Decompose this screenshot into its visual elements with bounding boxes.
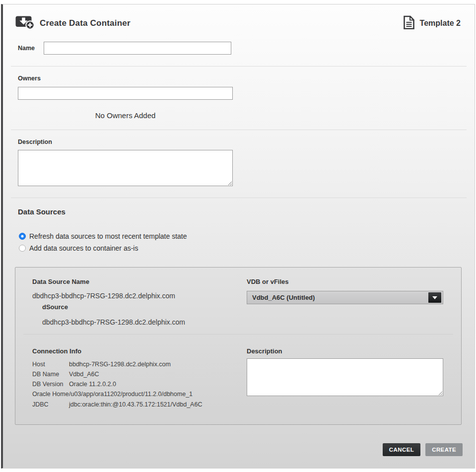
source-description-header: Description	[247, 347, 443, 355]
name-label: Name	[18, 45, 44, 52]
page-title: Create Data Container	[40, 18, 131, 28]
connection-row-db-version: DB Version Oracle 11.2.0.2.0	[32, 381, 247, 388]
dsource-name: dbdhcp3-bbdhcp-7RSG-1298.dc2.delphix.com	[42, 318, 247, 326]
radio-unselected-icon[interactable]	[19, 245, 26, 252]
name-field-row: Name	[18, 41, 463, 55]
data-sources-radio-group: Refresh data sources to most recent temp…	[19, 232, 463, 252]
vdb-select-dropdown[interactable]: Vdbd_A6C (Untitled)	[247, 291, 443, 304]
connection-info-column: Connection Info Host bbdhcp-7RSG-1298.dc…	[32, 335, 247, 411]
connection-info-table: Host bbdhcp-7RSG-1298.dc2.delphix.com DB…	[32, 361, 247, 408]
connection-key: DB Version	[32, 381, 69, 388]
source-description-textarea[interactable]	[247, 358, 443, 396]
data-sources-heading: Data Sources	[18, 207, 463, 216]
name-input[interactable]	[44, 42, 231, 55]
section-divider	[11, 198, 467, 198]
connection-row-db-name: DB Name Vdbd_A6C	[32, 371, 247, 378]
radio-option-label: Add data sources to container as-is	[29, 244, 138, 252]
template-document-icon	[403, 15, 415, 32]
data-source-name: dbdhcp3-bbdhcp-7RSG-1298.dc2.delphix.com	[32, 292, 247, 300]
data-source-card: Data Source Name dbdhcp3-bbdhcp-7RSG-129…	[15, 267, 462, 425]
cancel-button[interactable]: CANCEL	[383, 443, 420, 456]
section-divider	[11, 130, 467, 130]
connection-value: bbdhcp-7RSG-1298.dc2.delphix.com	[69, 361, 171, 368]
radio-option-refresh[interactable]: Refresh data sources to most recent temp…	[19, 232, 463, 240]
connection-value: jdbc:oracle:thin:@10.43.75.172:1521/Vdbd…	[69, 402, 202, 408]
vdb-column: VDB or vFiles Vdbd_A6C (Untitled)	[247, 268, 443, 326]
connection-value: /u03/app/ora11202/product/11.2.0/dbhome_…	[69, 391, 193, 398]
no-owners-message: No Owners Added	[18, 111, 233, 120]
connection-info-header: Connection Info	[32, 347, 247, 355]
radio-selected-icon[interactable]	[19, 233, 26, 240]
owners-section: Owners No Owners Added	[18, 75, 463, 120]
vdb-header: VDB or vFiles	[247, 278, 443, 285]
template-indicator: Template 2	[403, 15, 461, 32]
dialog-footer: CANCEL CREATE	[383, 443, 463, 456]
connection-row-oracle-home: Oracle Home /u03/app/ora11202/product/11…	[32, 391, 247, 398]
source-bottom-row: Connection Info Host bbdhcp-7RSG-1298.dc…	[15, 335, 461, 411]
template-name: Template 2	[420, 19, 461, 28]
source-description-column: Description	[247, 335, 443, 411]
data-source-name-header: Data Source Name	[32, 278, 247, 285]
create-button[interactable]: CREATE	[425, 443, 463, 456]
section-divider	[11, 66, 467, 67]
radio-option-label: Refresh data sources to most recent temp…	[29, 232, 187, 240]
create-data-container-dialog: Create Data Container Template 2 Name Ow…	[1, 4, 475, 469]
owners-input[interactable]	[18, 87, 233, 100]
radio-option-as-is[interactable]: Add data sources to container as-is	[19, 244, 463, 252]
source-top-row: Data Source Name dbdhcp3-bbdhcp-7RSG-129…	[15, 268, 461, 326]
connection-key: Host	[32, 361, 69, 368]
connection-key: Oracle Home	[32, 391, 69, 398]
dsource-label: dSource	[42, 303, 247, 311]
connection-row-jdbc: JDBC jdbc:oracle:thin:@10.43.75.172:1521…	[32, 402, 247, 408]
connection-key: JDBC	[32, 402, 69, 408]
connection-key: DB Name	[32, 371, 69, 378]
dialog-title-group: Create Data Container	[15, 16, 131, 31]
vdb-selected-value: Vdbd_A6C (Untitled)	[252, 294, 315, 301]
connection-value: Oracle 11.2.0.2.0	[69, 381, 116, 388]
description-section: Description	[18, 138, 463, 186]
connection-row-host: Host bbdhcp-7RSG-1298.dc2.delphix.com	[32, 361, 247, 368]
chevron-down-icon	[432, 296, 437, 299]
description-textarea[interactable]	[18, 150, 233, 186]
dropdown-arrow-button[interactable]	[428, 292, 441, 303]
create-data-container-icon	[15, 16, 35, 31]
source-name-column: Data Source Name dbdhcp3-bbdhcp-7RSG-129…	[32, 268, 247, 326]
connection-value: Vdbd_A6C	[69, 371, 99, 378]
description-label: Description	[18, 138, 463, 145]
dialog-header: Create Data Container Template 2	[15, 15, 463, 31]
owners-label: Owners	[18, 75, 463, 82]
